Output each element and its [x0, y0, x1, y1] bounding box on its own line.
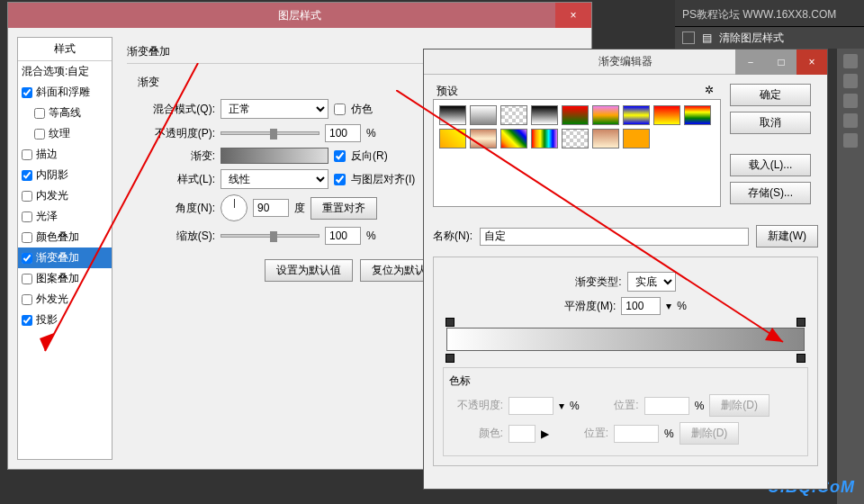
blend-mode-select[interactable]: 正常 [220, 99, 328, 119]
delete-stop-button: 删除(D) [709, 394, 770, 417]
gradient-bar[interactable] [446, 328, 805, 351]
gradient-swatch[interactable] [531, 105, 558, 125]
dither-checkbox[interactable] [334, 104, 346, 115]
opacity-label: 不透明度(P): [138, 126, 215, 141]
maximize-button[interactable]: □ [766, 50, 796, 75]
ok-button[interactable]: 确定 [730, 84, 811, 106]
pct: % [695, 400, 705, 412]
close-button[interactable]: × [555, 3, 591, 28]
gradient-swatch[interactable] [531, 129, 558, 148]
opacity-stop-left[interactable] [446, 318, 454, 327]
gradient-swatch[interactable] [439, 105, 466, 125]
pct: % [366, 230, 376, 242]
style-checkbox[interactable] [22, 149, 32, 160]
style-checkbox[interactable] [22, 315, 32, 326]
titlebar[interactable]: 渐变编辑器 － □ × [424, 50, 827, 75]
stop-opacity-label: 不透明度: [449, 398, 503, 413]
style-item[interactable]: 描边 [18, 144, 112, 165]
style-item[interactable]: 渐变叠加 [18, 248, 112, 268]
gradient-swatch[interactable] [623, 105, 650, 125]
panel-icon[interactable] [843, 133, 858, 148]
style-item[interactable]: 内阴影 [18, 165, 112, 185]
align-label: 与图层对齐(I) [351, 172, 415, 187]
style-item[interactable]: 投影 [18, 310, 112, 330]
blending-options[interactable]: 混合选项:自定 [18, 61, 112, 82]
panel-icon[interactable] [843, 54, 858, 68]
gradient-preview[interactable] [220, 148, 328, 164]
style-checkbox[interactable] [22, 294, 32, 305]
deg: 度 [294, 201, 305, 216]
set-default-button[interactable]: 设置为默认值 [265, 259, 353, 282]
doc-icon: ▤ [702, 32, 712, 44]
style-item[interactable]: 图案叠加 [18, 268, 112, 289]
style-item[interactable]: 光泽 [18, 206, 112, 227]
style-item[interactable]: 内发光 [18, 185, 112, 206]
gradient-swatch[interactable] [439, 129, 466, 148]
scale-slider[interactable] [220, 234, 320, 238]
style-item[interactable]: 颜色叠加 [18, 227, 112, 248]
style-item[interactable]: 外发光 [18, 289, 112, 310]
gradient-swatch[interactable] [592, 129, 619, 148]
titlebar[interactable]: 图层样式 × [8, 3, 591, 28]
dither-label: 仿色 [351, 102, 373, 117]
gradient-swatch[interactable] [562, 129, 589, 148]
new-button[interactable]: 新建(W) [756, 225, 818, 248]
opacity-stop-right[interactable] [796, 318, 806, 327]
style-checkbox[interactable] [22, 212, 32, 222]
style-label: 内发光 [36, 188, 68, 203]
gradient-swatch[interactable] [653, 105, 680, 125]
panel-icon[interactable] [843, 74, 858, 88]
style-checkbox[interactable] [22, 170, 32, 181]
minimize-button[interactable]: － [735, 50, 766, 75]
align-checkbox[interactable] [334, 174, 346, 185]
reverse-checkbox[interactable] [334, 150, 346, 162]
gradient-swatch[interactable] [684, 105, 711, 125]
context-menu-item[interactable]: ▤ 清除图层样式 [675, 27, 864, 49]
style-label: 纹理 [49, 126, 70, 141]
gradient-swatch[interactable] [592, 105, 619, 125]
close-button[interactable]: × [796, 50, 827, 75]
style-checkbox[interactable] [34, 129, 45, 140]
styles-header[interactable]: 样式 [18, 38, 112, 61]
style-checkbox[interactable] [22, 232, 32, 243]
stop-pos-input [614, 425, 659, 443]
name-input[interactable] [480, 228, 749, 246]
gradient-swatch[interactable] [500, 129, 527, 148]
color-stop-left[interactable] [446, 354, 454, 363]
style-checkbox[interactable] [22, 191, 32, 202]
gradient-swatch[interactable] [470, 129, 497, 148]
reset-align-button[interactable]: 重置对齐 [310, 197, 377, 220]
angle-input[interactable] [253, 199, 289, 217]
angle-dial[interactable] [220, 194, 248, 221]
scale-label: 缩放(S): [138, 229, 215, 244]
gradient-swatch[interactable] [562, 105, 589, 125]
style-checkbox[interactable] [22, 274, 32, 284]
stop-pos-input [644, 397, 689, 415]
style-checkbox[interactable] [22, 87, 32, 98]
cancel-button[interactable]: 取消 [730, 112, 811, 134]
style-checkbox[interactable] [34, 108, 45, 119]
trash-icon[interactable] [843, 94, 858, 108]
style-item[interactable]: 斜面和浮雕 [18, 82, 112, 103]
style-checkbox[interactable] [22, 253, 32, 264]
save-button[interactable]: 存储(S)... [730, 182, 811, 204]
gradient-swatch[interactable] [500, 105, 527, 125]
gear-icon[interactable]: ✲ [705, 84, 717, 96]
panel-icon[interactable] [843, 113, 858, 128]
dropdown-icon[interactable]: ▾ [666, 300, 671, 312]
gradient-type-section: 渐变类型: 实底 平滑度(M): ▾ % 色标 不透明度: ▾ % 位置: % … [433, 256, 818, 466]
scale-input[interactable] [325, 227, 361, 245]
opacity-slider[interactable] [220, 131, 320, 135]
delete-stop-button: 删除(D) [680, 422, 740, 445]
style-item[interactable]: 等高线 [18, 103, 112, 123]
load-button[interactable]: 载入(L)... [730, 154, 811, 176]
type-label: 渐变类型: [575, 274, 621, 290]
color-stop-right[interactable] [796, 354, 806, 363]
smooth-input[interactable] [621, 297, 661, 315]
gradient-swatch[interactable] [623, 129, 650, 148]
style-select[interactable]: 线性 [220, 169, 328, 189]
gradient-swatch[interactable] [470, 105, 497, 125]
style-item[interactable]: 纹理 [18, 123, 112, 144]
opacity-input[interactable] [325, 124, 361, 142]
type-select[interactable]: 实底 [627, 272, 676, 292]
